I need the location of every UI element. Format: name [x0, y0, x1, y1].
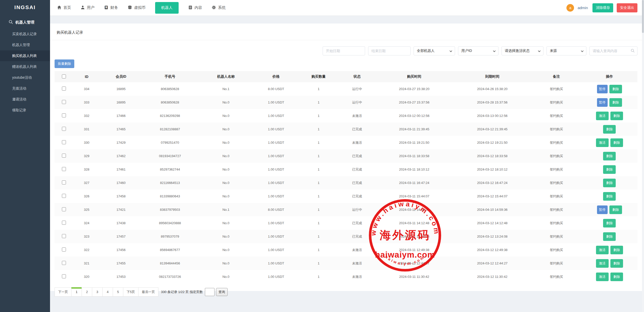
delete-button[interactable]: 删除 — [610, 273, 623, 281]
delete-button[interactable]: 删除 — [603, 219, 616, 227]
delete-button[interactable]: 删除 — [603, 232, 616, 241]
table-row: 3321746682136209298No.01.00 USDT1未激活2024… — [55, 109, 637, 122]
delete-button[interactable]: 删除 — [603, 125, 616, 134]
page-button-2[interactable]: 2 — [82, 287, 92, 297]
row-checkbox[interactable] — [62, 87, 66, 91]
bulk-delete-button[interactable]: 批量删除 — [55, 59, 74, 68]
delete-button[interactable]: 删除 — [610, 138, 623, 147]
delete-button[interactable]: 删除 — [609, 98, 622, 107]
delete-button[interactable]: 删除 — [610, 246, 623, 254]
pause-button[interactable]: 暂停 — [597, 85, 608, 93]
delete-button[interactable]: 删除 — [609, 85, 622, 93]
search-input[interactable] — [589, 46, 637, 55]
chevron-down-icon — [581, 49, 584, 53]
activate-button[interactable]: 激活 — [596, 112, 609, 120]
nav-item-system[interactable]: 系统 — [212, 0, 226, 16]
cell-member-id: 17438 — [100, 216, 142, 230]
row-checkbox[interactable] — [62, 167, 66, 171]
col-header-id: ID — [73, 71, 100, 82]
row-checkbox[interactable] — [62, 113, 66, 117]
page-button-4[interactable]: 4 — [102, 287, 113, 297]
clear-cache-button[interactable]: 清除缓存 — [592, 3, 613, 12]
nav-item-content[interactable]: 内容 — [188, 0, 202, 16]
delete-button[interactable]: 删除 — [610, 259, 623, 268]
delete-button[interactable]: 删除 — [603, 179, 616, 187]
sidebar-item[interactable]: 机器人管理 — [0, 39, 50, 50]
source-select[interactable]: 来源 — [546, 46, 586, 55]
cell-remark: 签约购买 — [531, 270, 581, 283]
pause-button[interactable]: 暂停 — [597, 98, 608, 107]
go-to-page-button[interactable]: 查询 — [216, 288, 228, 296]
cell-buy-time: 2024-03-27 15:38:20 — [375, 82, 453, 96]
sidebar-item[interactable]: youtube活动 — [0, 72, 50, 83]
delete-button[interactable]: 删除 — [603, 165, 616, 174]
pagination-summary: 330 条记录 1/22 页 指定页数 — [161, 290, 203, 294]
sidebar-item[interactable]: 邀请活动 — [0, 94, 50, 105]
page-number-input[interactable] — [205, 288, 214, 296]
row-checkbox[interactable] — [62, 100, 66, 104]
page-scrollbar[interactable] — [642, 0, 644, 312]
delete-button[interactable]: 删除 — [603, 152, 616, 160]
activate-button[interactable]: 激活 — [596, 273, 609, 281]
row-checkbox[interactable] — [62, 180, 66, 184]
row-checkbox[interactable] — [62, 154, 66, 158]
cell-id: 326 — [73, 190, 100, 203]
page-button-1[interactable]: 1 — [71, 287, 82, 297]
end-date-input[interactable] — [368, 46, 411, 55]
row-select-cell — [55, 230, 73, 243]
row-checkbox[interactable] — [62, 274, 66, 278]
row-checkbox[interactable] — [62, 140, 66, 144]
activation-status-select[interactable]: 请选择激活状态 — [502, 46, 543, 55]
pause-button[interactable]: 暂停 — [597, 205, 608, 214]
table-row: 3311746581282108887No.01.00 USDT1已完成2024… — [55, 122, 637, 136]
row-checkbox[interactable] — [62, 194, 66, 198]
scrollbar-thumb[interactable] — [642, 0, 644, 33]
activate-button[interactable]: 激活 — [596, 138, 609, 147]
nav-item-home[interactable]: 首页 — [57, 0, 71, 16]
cell-phone: 81339880643 — [142, 190, 198, 203]
page-button-5[interactable]: 5 — [113, 287, 123, 297]
nav-item-robots[interactable]: 机器人 — [155, 2, 179, 14]
activate-button[interactable]: 激活 — [596, 246, 609, 254]
username[interactable]: admin — [578, 6, 588, 10]
cell-status: 已完成 — [339, 149, 375, 163]
avatar[interactable]: a — [566, 4, 574, 12]
search-icon[interactable] — [631, 49, 635, 54]
cell-member-id: 17453 — [100, 270, 142, 283]
nav-item-users[interactable]: 用户 — [81, 0, 94, 16]
delete-button[interactable]: 删除 — [603, 192, 616, 201]
cell-status: 已完成 — [339, 216, 375, 230]
page-button-下5页[interactable]: 下5页 — [123, 287, 138, 297]
robot-select[interactable]: 全部机器人 — [414, 46, 455, 55]
cell-quantity: 1 — [298, 96, 339, 109]
start-date-input[interactable] — [323, 46, 365, 55]
row-checkbox[interactable] — [62, 261, 66, 265]
row-checkbox[interactable] — [62, 127, 66, 131]
sidebar-item[interactable]: 充值活动 — [0, 83, 50, 94]
user-id-select[interactable]: 用户ID — [458, 46, 498, 55]
cell-buy-time: 2024-03-11 14:12:48 — [375, 216, 453, 230]
row-checkbox[interactable] — [62, 207, 66, 211]
row-checkbox[interactable] — [62, 247, 66, 252]
row-checkbox[interactable] — [62, 221, 66, 225]
page-button-最后一页[interactable]: 最后一页 — [138, 287, 158, 297]
sidebar-item[interactable]: 赠送机器人列表 — [0, 61, 50, 72]
delete-button[interactable]: 删除 — [610, 112, 623, 120]
nav-item-finance[interactable]: ¥ 财务 — [104, 0, 118, 16]
nav-item-crypto[interactable]: 虚拟币 — [128, 0, 146, 16]
table-row: 3281746185297362744No.01.00 USDT1已完成2024… — [55, 163, 637, 176]
activate-button[interactable]: 激活 — [596, 259, 609, 268]
page-button-3[interactable]: 3 — [92, 287, 103, 297]
sidebar: INGSAI 机器人管理 买卖机器人记录机器人管理购买机器人列表赠送机器人列表y… — [0, 0, 50, 312]
page-button-下一页[interactable]: 下一页 — [55, 287, 71, 297]
cell-status: 运行中 — [339, 203, 375, 216]
sidebar-item[interactable]: 领取记录 — [0, 105, 50, 116]
delete-button[interactable]: 删除 — [609, 205, 622, 214]
table-row: 3211745581394644456No.01.00 USDT1未激活2024… — [55, 257, 637, 270]
sidebar-section-robot-management[interactable]: 机器人管理 — [0, 15, 50, 29]
logout-button[interactable]: 安全退出 — [617, 3, 637, 12]
select-all-checkbox[interactable] — [62, 74, 66, 78]
row-checkbox[interactable] — [62, 234, 66, 238]
sidebar-item[interactable]: 购买机器人列表 — [0, 50, 50, 61]
sidebar-item[interactable]: 买卖机器人记录 — [0, 29, 50, 39]
